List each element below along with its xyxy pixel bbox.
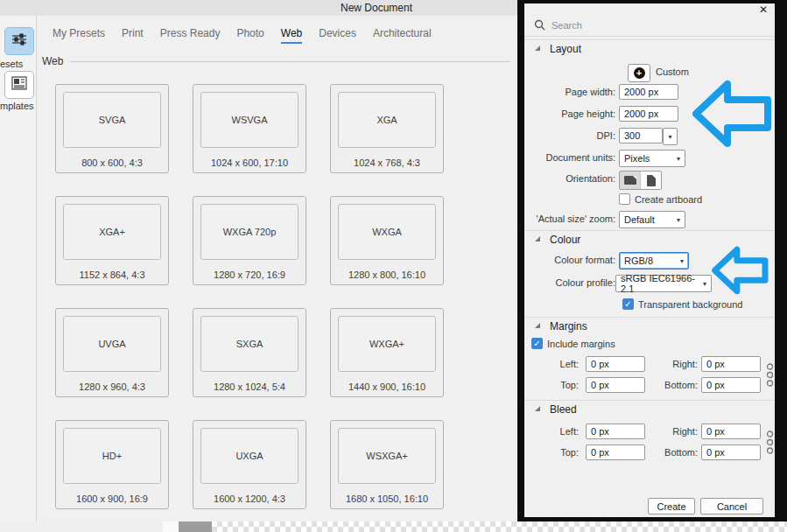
preset-dimensions: 1280 x 1024, 5:4 xyxy=(193,382,306,392)
transparent-background-checkbox[interactable]: ✓ xyxy=(622,298,634,310)
preset-card-xga[interactable]: XGA 1024 x 768, 4:3 xyxy=(330,84,444,173)
preset-dimensions: 1280 x 720, 16:9 xyxy=(193,270,306,280)
dpi-dropdown-button[interactable]: ▾ xyxy=(663,128,678,145)
sidebar-item-presets[interactable] xyxy=(4,27,34,55)
bottom-strip xyxy=(0,522,787,532)
margins-right-input[interactable] xyxy=(701,356,761,372)
preset-card-hd-plus[interactable]: HD+ 1600 x 900, 16:9 xyxy=(55,420,169,509)
preset-dimensions: 800 x 600, 4:3 xyxy=(56,158,168,168)
tab-architectural[interactable]: Architectural xyxy=(373,27,432,44)
section-margins-header[interactable]: Margins xyxy=(524,317,775,332)
chevron-down-icon: ▾ xyxy=(699,280,706,288)
preset-name: UVGA xyxy=(63,316,161,372)
margins-left-input[interactable] xyxy=(586,356,645,372)
bleed-bottom-input[interactable] xyxy=(701,444,761,460)
margins-top-input[interactable] xyxy=(586,377,645,393)
create-button[interactable]: Create xyxy=(648,498,695,514)
preset-card-wxga-plus[interactable]: WXGA+ 1440 x 900, 16:10 xyxy=(330,308,444,397)
orientation-portrait-button[interactable] xyxy=(640,172,661,189)
search-icon xyxy=(534,19,545,32)
search-input[interactable] xyxy=(550,18,746,33)
colour-format-label: Colour format: xyxy=(524,255,615,265)
transparency-checkerboard xyxy=(212,522,787,532)
section-title: Bleed xyxy=(550,403,577,416)
tab-photo[interactable]: Photo xyxy=(236,27,264,44)
margins-bottom-label: Bottom: xyxy=(643,380,698,390)
page-height-input[interactable] xyxy=(619,106,678,122)
horizontal-scrollbar-track[interactable] xyxy=(163,522,179,532)
bleed-left-input[interactable] xyxy=(586,424,645,439)
preset-card-wxga-720p[interactable]: WXGA 720p 1280 x 720, 16:9 xyxy=(193,196,306,285)
tab-devices[interactable]: Devices xyxy=(319,27,356,44)
presets-sliders-icon xyxy=(11,33,27,49)
preset-card-svga[interactable]: SVGA 800 x 600, 4:3 xyxy=(55,84,169,173)
sidebar-item-templates[interactable] xyxy=(4,71,34,99)
sidebar: esets mplates xyxy=(0,16,37,522)
preset-card-uxga[interactable]: UXGA 1600 x 1200, 4:3 xyxy=(193,420,306,509)
preset-card-wsvga[interactable]: WSVGA 1024 x 600, 17:10 xyxy=(193,84,306,173)
margins-left-label: Left: xyxy=(524,359,579,369)
preset-dimensions: 1280 x 960, 4:3 xyxy=(56,382,168,392)
create-artboard-checkbox[interactable] xyxy=(619,193,630,205)
preset-card-uvga[interactable]: UVGA 1280 x 960, 4:3 xyxy=(55,308,169,397)
dpi-input[interactable] xyxy=(619,128,663,144)
annotation-arrow-colour-format xyxy=(711,246,770,298)
chevron-down-icon: ▾ xyxy=(673,155,680,163)
preset-name: UXGA xyxy=(200,428,299,484)
orientation-landscape-button[interactable] xyxy=(620,172,640,189)
templates-document-icon xyxy=(11,76,27,94)
preset-card-wsxga-plus[interactable]: WSXGA+ 1680 x 1050, 16:10 xyxy=(330,420,444,509)
preset-card-wxga[interactable]: WXGA 1280 x 800, 16:10 xyxy=(330,196,444,285)
bleed-top-input[interactable] xyxy=(586,444,645,460)
colour-format-select[interactable]: RGB/8 ▾ xyxy=(619,252,689,270)
collapse-triangle-icon xyxy=(535,406,540,411)
actual-size-zoom-select[interactable]: Default ▾ xyxy=(619,211,685,228)
tab-press-ready[interactable]: Press Ready xyxy=(160,27,221,44)
preset-dimensions: 1280 x 800, 16:10 xyxy=(331,270,443,280)
preset-dimensions: 1600 x 900, 16:9 xyxy=(56,494,168,504)
preset-name: XGA+ xyxy=(63,204,161,260)
preset-name: XGA xyxy=(338,92,436,148)
preset-name: WSXGA+ xyxy=(338,428,436,484)
section-title: Margins xyxy=(550,320,587,332)
margins-bottom-input[interactable] xyxy=(701,377,761,393)
document-units-value: Pixels xyxy=(624,153,650,164)
preset-card-xga-plus[interactable]: XGA+ 1152 x 864, 4:3 xyxy=(55,196,169,285)
preset-card-sxga[interactable]: SXGA 1280 x 1024, 5:4 xyxy=(193,308,306,397)
colour-profile-label: Colour profile: xyxy=(524,277,615,288)
chevron-down-icon: ▾ xyxy=(668,133,671,141)
link-values-icon[interactable] xyxy=(766,363,774,388)
section-layout-header[interactable]: Layout xyxy=(524,39,775,55)
colour-profile-value: sRGB IEC61966-2.1 xyxy=(621,273,699,294)
section-title: Colour xyxy=(550,234,580,246)
colour-profile-select[interactable]: sRGB IEC61966-2.1 ▾ xyxy=(615,275,712,292)
document-units-select[interactable]: Pixels ▾ xyxy=(619,150,685,167)
page-width-input[interactable] xyxy=(619,84,678,100)
bleed-right-input[interactable] xyxy=(701,424,761,439)
preset-grid: SVGA 800 x 600, 4:3 WSVGA 1024 x 600, 17… xyxy=(55,84,444,509)
cancel-button[interactable]: Cancel xyxy=(700,498,763,514)
bleed-left-label: Left: xyxy=(524,426,579,437)
orientation-label: Orientation: xyxy=(524,173,615,184)
tab-web[interactable]: Web xyxy=(281,27,302,44)
tab-print[interactable]: Print xyxy=(122,27,144,44)
preset-dimensions: 1024 x 768, 4:3 xyxy=(331,158,443,168)
sidebar-item-presets-label: esets xyxy=(0,59,36,69)
include-margins-checkbox[interactable]: ✓ xyxy=(531,338,543,349)
horizontal-scrollbar-thumb[interactable] xyxy=(179,522,212,532)
tab-my-presets[interactable]: My Presets xyxy=(53,27,105,44)
section-bleed-header[interactable]: Bleed xyxy=(524,400,775,416)
add-custom-preset-button[interactable]: + xyxy=(628,64,650,82)
margins-top-label: Top: xyxy=(524,380,579,390)
preset-name: WXGA+ xyxy=(338,316,436,372)
link-values-icon[interactable] xyxy=(766,430,774,456)
preset-dimensions: 1152 x 864, 4:3 xyxy=(56,270,168,280)
close-icon[interactable]: ✕ xyxy=(759,4,768,16)
margins-right-label: Right: xyxy=(643,359,698,369)
section-colour-header[interactable]: Colour xyxy=(524,230,775,246)
preset-category-tabs: My Presets Print Press Ready Photo Web D… xyxy=(53,27,432,44)
preset-dimensions: 1680 x 1050, 16:10 xyxy=(331,494,443,504)
landscape-page-icon xyxy=(624,176,636,185)
bleed-top-label: Top: xyxy=(524,447,579,458)
create-artboard-label: Create artboard xyxy=(635,194,702,205)
